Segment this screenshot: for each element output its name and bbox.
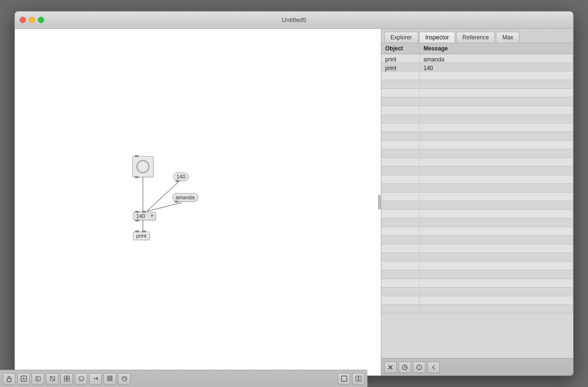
- table-row-empty: [381, 123, 573, 132]
- left-bottom-toolbar: i: [14, 370, 367, 376]
- lock-button[interactable]: [14, 373, 15, 376]
- table-row-empty: [381, 115, 573, 123]
- split-view-button[interactable]: [352, 373, 365, 376]
- table-row-empty: [381, 270, 573, 279]
- title-bar: Untitled5: [15, 12, 573, 29]
- cell-message-2: 140: [420, 63, 573, 71]
- patch-object-msg-140[interactable]: 140: [173, 172, 188, 181]
- window-controls: [20, 17, 44, 23]
- svg-line-8: [405, 367, 406, 368]
- table-row-empty: [381, 72, 573, 80]
- view-button[interactable]: [60, 373, 73, 376]
- tab-explorer[interactable]: Explorer: [384, 32, 418, 43]
- console-table[interactable]: Object Message print amanda print 140: [381, 43, 573, 358]
- single-view-button[interactable]: [338, 373, 350, 376]
- delete-icon: [49, 375, 56, 376]
- toggle-circle: [136, 160, 150, 173]
- table-row-empty: [381, 305, 573, 314]
- tab-inspector[interactable]: Inspector: [419, 32, 455, 43]
- outlet: [135, 219, 139, 221]
- tab-reference[interactable]: Reference: [456, 32, 495, 43]
- right-panel: Explorer Inspector Reference Max Object …: [381, 29, 573, 375]
- patch-object-msg-amanda[interactable]: amanda: [172, 193, 198, 202]
- table-row-empty: [381, 218, 573, 227]
- message-icon: [93, 375, 99, 376]
- table-row-empty: [381, 296, 573, 305]
- table-row[interactable]: print amanda: [381, 54, 573, 63]
- tab-max[interactable]: Max: [496, 32, 519, 43]
- info-obj-icon: i: [78, 375, 84, 376]
- table-row-empty: [381, 279, 573, 288]
- num-arrow: ▶: [151, 213, 154, 218]
- split-view-icon: [355, 375, 362, 376]
- back-icon: [431, 364, 436, 370]
- col-header-object: Object: [381, 43, 420, 54]
- close-icon: [388, 364, 393, 370]
- clock-button[interactable]: [399, 362, 411, 373]
- grid-button[interactable]: [104, 373, 116, 376]
- inlet2: [142, 211, 146, 213]
- table-row-empty: [381, 193, 573, 201]
- table-row-empty: [381, 158, 573, 167]
- back-button[interactable]: [427, 362, 440, 373]
- grid-icon: [107, 375, 113, 376]
- cell-object-1: print: [381, 54, 420, 62]
- dsp-button[interactable]: [118, 373, 130, 376]
- outlet: [175, 201, 178, 203]
- table-row-empty: [381, 253, 573, 262]
- clock-icon: [402, 364, 408, 370]
- print-label: print: [136, 233, 146, 239]
- resize-handle[interactable]: [378, 195, 381, 209]
- table-row-empty: [381, 97, 573, 106]
- col-header-message: Message: [420, 43, 573, 54]
- msg-amanda-label: amanda: [176, 194, 195, 200]
- svg-line-2: [147, 203, 182, 211]
- clear-button[interactable]: [384, 362, 397, 373]
- table-row-empty: [381, 132, 573, 141]
- inlet2: [142, 230, 146, 232]
- table-row-empty: [381, 236, 573, 244]
- patch-canvas-area[interactable]: 140 amanda 140 ▶: [15, 29, 381, 375]
- dsp-icon: [121, 375, 128, 376]
- info-icon: i: [416, 364, 422, 370]
- table-row-empty: [381, 184, 573, 193]
- table-row-empty: [381, 201, 573, 210]
- inlet: [135, 155, 139, 157]
- delete-button[interactable]: [46, 373, 59, 376]
- right-bottom-toolbar: i: [381, 358, 573, 375]
- num-140-label: 140: [136, 213, 145, 219]
- main-window: Untitled5: [14, 11, 574, 376]
- info-obj-button[interactable]: i: [75, 373, 87, 376]
- edit-icon: [35, 375, 41, 376]
- patch-wires: [15, 29, 381, 375]
- table-row[interactable]: print 140: [381, 63, 573, 72]
- table-row-empty: [381, 149, 573, 158]
- info-button[interactable]: i: [413, 362, 425, 373]
- table-row-empty: [381, 262, 573, 270]
- patch-object-num-140[interactable]: 140 ▶: [133, 212, 156, 220]
- inlet: [135, 211, 139, 213]
- table-row-empty: [381, 89, 573, 97]
- minimize-button[interactable]: [29, 17, 35, 23]
- message-button[interactable]: [89, 373, 102, 376]
- outlet: [135, 176, 139, 178]
- window-title: Untitled5: [282, 16, 306, 24]
- edit-button[interactable]: [32, 373, 44, 376]
- table-row-empty: [381, 244, 573, 253]
- table-header: Object Message: [381, 43, 573, 54]
- single-view-icon: [341, 375, 347, 376]
- inlet: [135, 230, 139, 232]
- table-row-empty: [381, 141, 573, 149]
- outlet: [176, 180, 179, 182]
- maximize-button[interactable]: [38, 17, 44, 23]
- table-row-empty: [381, 80, 573, 89]
- close-button[interactable]: [20, 17, 26, 23]
- cell-object-2: print: [381, 63, 420, 71]
- table-row-empty: [381, 175, 573, 184]
- table-row-empty: [381, 227, 573, 236]
- table-row-empty: [381, 210, 573, 218]
- patch-object-toggle[interactable]: [132, 156, 153, 177]
- patch-object-print[interactable]: print: [133, 231, 150, 240]
- tab-bar: Explorer Inspector Reference Max: [381, 29, 573, 43]
- new-object-button[interactable]: [17, 373, 30, 376]
